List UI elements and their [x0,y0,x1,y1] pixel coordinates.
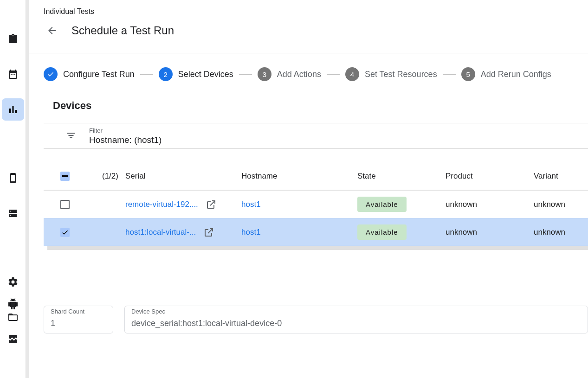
step-done-icon [44,67,58,81]
th-serial[interactable]: Serial [125,172,241,181]
sidebar-item-phone[interactable] [2,167,24,189]
sidebar-item-clipboard[interactable] [2,28,24,50]
sidebar [0,0,26,378]
hostname-link[interactable]: host1 [241,200,325,209]
clipboard-icon [7,33,19,45]
filter-label: Filter [89,127,162,134]
step-number: 3 [258,67,271,81]
serial-link[interactable]: remote-virtual-192.... [125,200,198,209]
content-area: Devices Filter Hostname: (host1) (1/2) S… [29,95,588,378]
devices-table: (1/2) Serial Hostname State Product Vari… [44,162,588,250]
step-number: 2 [159,67,173,81]
step-add-rerun-configs[interactable]: 5 Add Rerun Configs [461,67,551,81]
product-cell: unknown [446,228,534,237]
open-in-new-icon[interactable] [203,227,214,238]
device-spec-label: Device Spec [131,308,581,315]
bottom-inputs: Shard Count Device Spec [44,306,588,343]
table-row[interactable]: remote-virtual-192.... host1 Available u… [44,190,588,218]
selection-count: (1/2) [102,172,125,181]
stepper: Configure Test Run 2 Select Devices 3 Ad… [29,53,588,95]
shard-count-input[interactable] [51,319,106,328]
th-product[interactable]: Product [446,172,534,181]
android-icon [7,298,19,309]
calendar-icon [7,69,19,80]
variant-cell: unknown [534,200,588,209]
header-area: Individual Tests Schedule a Test Run [29,0,588,53]
row-checkbox[interactable] [60,200,70,209]
bar-chart-icon [7,104,19,115]
broken-image-icon [7,333,19,345]
sidebar-item-status[interactable] [2,328,24,350]
sidebar-item-calendar[interactable] [2,63,24,85]
arrow-left-icon [46,25,58,36]
gear-icon [7,276,19,288]
breadcrumb[interactable]: Individual Tests [44,7,588,16]
th-state[interactable]: State [357,172,446,181]
filter-icon [66,130,76,142]
step-select-devices[interactable]: 2 Select Devices [159,67,233,81]
server-icon [7,208,19,219]
product-cell: unknown [446,200,534,209]
page-title: Schedule a Test Run [71,24,174,37]
table-row[interactable]: host1:local-virtual-... host1 Available … [44,218,588,246]
select-all-checkbox[interactable] [60,172,70,181]
shard-count-field[interactable]: Shard Count [44,306,113,333]
state-badge: Available [357,197,407,212]
check-icon [61,228,69,237]
state-badge: Available [357,224,407,240]
row-checkbox[interactable] [60,228,70,237]
step-add-actions[interactable]: 3 Add Actions [258,67,321,81]
step-divider [327,74,340,75]
filter-value[interactable]: Hostname: (host1) [89,135,162,145]
device-spec-field[interactable]: Device Spec [124,306,588,333]
filter-bar[interactable]: Filter Hostname: (host1) [44,123,588,148]
main-content: Individual Tests Schedule a Test Run Con… [26,0,588,378]
device-spec-input[interactable] [131,319,581,328]
step-divider [140,74,153,75]
variant-cell: unknown [534,228,588,237]
th-variant[interactable]: Variant [534,172,588,181]
step-number: 4 [345,67,359,81]
sidebar-item-settings[interactable] [2,271,24,293]
sidebar-item-server[interactable] [2,202,24,224]
sidebar-item-android[interactable] [2,293,24,315]
phone-icon [7,173,19,184]
hostname-link[interactable]: host1 [241,228,325,237]
table-header-row: (1/2) Serial Hostname State Product Vari… [44,162,588,190]
step-set-test-resources[interactable]: 4 Set Test Resources [345,67,437,81]
shard-count-label: Shard Count [51,308,106,315]
open-in-new-icon[interactable] [206,199,217,210]
step-configure-test-run[interactable]: Configure Test Run [44,67,135,81]
serial-link[interactable]: host1:local-virtual-... [125,228,196,237]
step-divider [239,74,252,75]
check-icon [47,70,54,78]
back-button[interactable] [41,19,63,42]
table-horizontal-scrollbar[interactable] [47,246,588,250]
th-hostname[interactable]: Hostname [241,172,357,181]
step-divider [443,74,456,75]
sidebar-item-analytics[interactable] [2,98,24,121]
step-number: 5 [461,67,475,81]
section-title-devices: Devices [53,100,588,112]
